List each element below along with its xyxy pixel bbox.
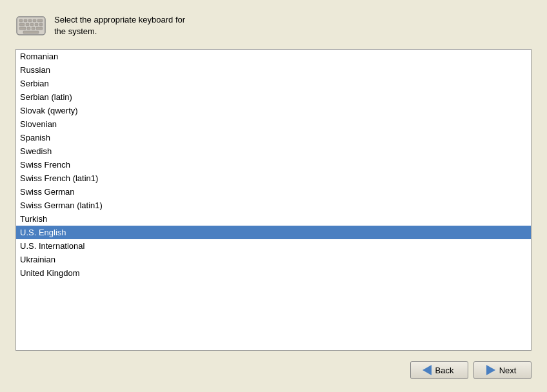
svg-rect-2 <box>24 19 27 22</box>
keyboard-list-container: RomanianRussianSerbianSerbian (latin)Slo… <box>15 49 532 351</box>
list-item[interactable]: Romanian <box>16 50 531 63</box>
svg-rect-1 <box>19 19 23 22</box>
back-button[interactable]: Back <box>410 361 468 379</box>
list-item[interactable]: Turkish <box>16 212 531 226</box>
back-arrow-icon <box>423 365 432 375</box>
next-button[interactable]: Next <box>473 361 532 379</box>
svg-rect-10 <box>39 23 43 26</box>
list-item[interactable]: U.S. English <box>16 226 531 239</box>
next-label: Next <box>499 366 517 375</box>
list-item[interactable]: Serbian <box>16 77 531 90</box>
header-text: Select the appropriate keyboard for the … <box>54 14 185 37</box>
svg-rect-7 <box>26 23 29 26</box>
svg-rect-9 <box>35 23 38 26</box>
svg-rect-12 <box>27 27 30 30</box>
keyboard-list-scroll[interactable]: RomanianRussianSerbianSerbian (latin)Slo… <box>16 50 531 350</box>
footer: Back Next <box>15 361 532 379</box>
back-label: Back <box>435 366 454 375</box>
svg-rect-4 <box>33 19 36 22</box>
list-item[interactable]: Swiss German (latin1) <box>16 199 531 212</box>
svg-rect-15 <box>23 31 39 34</box>
list-item[interactable]: U.S. International <box>16 239 531 253</box>
list-item[interactable]: Slovak (qwerty) <box>16 104 531 117</box>
next-arrow-icon <box>486 365 495 375</box>
list-item[interactable]: Ukrainian <box>16 253 531 266</box>
list-item[interactable]: Russian <box>16 63 531 77</box>
svg-rect-14 <box>36 27 43 30</box>
svg-rect-13 <box>32 27 35 30</box>
svg-rect-6 <box>19 23 25 26</box>
svg-rect-11 <box>19 27 26 30</box>
header: Select the appropriate keyboard for the … <box>15 13 532 39</box>
page-wrapper: Select the appropriate keyboard for the … <box>0 0 547 392</box>
svg-rect-8 <box>30 23 34 26</box>
list-item[interactable]: Swiss French (latin1) <box>16 172 531 185</box>
list-item[interactable]: Serbian (latin) <box>16 90 531 104</box>
svg-rect-3 <box>28 19 32 22</box>
list-item[interactable]: Swiss French <box>16 158 531 172</box>
list-item[interactable]: Slovenian <box>16 117 531 131</box>
list-item[interactable]: United Kingdom <box>16 266 531 280</box>
svg-rect-5 <box>37 19 43 22</box>
keyboard-icon <box>15 13 46 39</box>
list-item[interactable]: Swedish <box>16 144 531 158</box>
list-item[interactable]: Swiss German <box>16 185 531 199</box>
list-item[interactable]: Spanish <box>16 131 531 144</box>
